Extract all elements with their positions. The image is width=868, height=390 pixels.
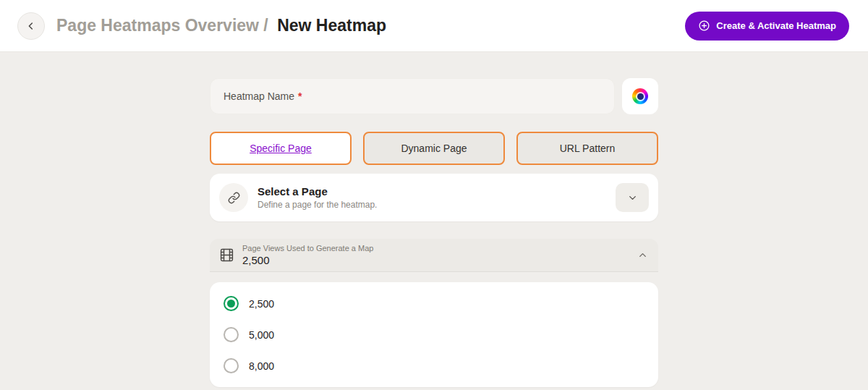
breadcrumb-current: New Heatmap [277,16,386,35]
tab-specific-page[interactable]: Specific Page [210,132,352,165]
page-views-options-card: 2,500 5,000 8,000 [210,282,658,387]
film-icon [220,248,234,262]
back-button[interactable] [17,12,45,40]
chevron-up-icon [637,250,648,260]
color-wheel-center [637,93,644,100]
option-label: 5,000 [249,329,274,341]
breadcrumb-prefix: Page Heatmaps Overview / [56,16,268,35]
heatmap-name-placeholder: Heatmap Name [224,90,294,102]
tab-label: Specific Page [250,143,312,154]
breadcrumb: Page Heatmaps Overview / New Heatmap [56,16,386,35]
select-page-text: Select a Page Define a page for the heat… [258,185,377,210]
arrow-left-icon [25,20,37,32]
page-views-text: Page Views Used to Generate a Map 2,500 [242,244,373,266]
select-page-subtitle: Define a page for the heatmap. [258,200,377,210]
page-views-section-header[interactable]: Page Views Used to Generate a Map 2,500 [210,239,658,272]
radio-button[interactable] [224,358,239,373]
heatmap-color-picker-button[interactable] [622,78,658,114]
select-page-dropdown-button[interactable] [616,183,649,212]
chevron-down-icon [627,192,638,203]
page-views-value: 2,500 [242,254,373,266]
radio-button[interactable] [224,296,239,311]
link-icon-circle [219,183,248,212]
page-views-label: Page Views Used to Generate a Map [242,244,373,253]
option-label: 2,500 [249,298,274,310]
tab-label: URL Pattern [560,143,616,154]
heatmap-name-row: Heatmap Name * [210,78,658,114]
create-button-label: Create & Activate Heatmap [716,20,836,31]
circle-plus-icon [698,20,710,32]
create-activate-heatmap-button[interactable]: Create & Activate Heatmap [685,12,849,41]
top-header: Page Heatmaps Overview / New Heatmap Cre… [0,0,868,52]
select-page-card[interactable]: Select a Page Define a page for the heat… [210,174,658,221]
required-asterisk: * [298,90,302,102]
option-label: 8,000 [249,360,274,372]
new-heatmap-form: Heatmap Name * Specific Page Dynamic Pag… [210,78,658,387]
option-5000[interactable]: 5,000 [210,319,658,350]
tab-url-pattern[interactable]: URL Pattern [516,132,658,165]
option-8000[interactable]: 8,000 [210,350,658,381]
option-2500[interactable]: 2,500 [210,288,658,319]
radio-button[interactable] [224,327,239,342]
color-wheel-icon [632,88,648,104]
page-type-tabs: Specific Page Dynamic Page URL Pattern [210,132,658,165]
tab-dynamic-page[interactable]: Dynamic Page [363,132,505,165]
heatmap-name-input[interactable]: Heatmap Name * [210,78,615,114]
tab-label: Dynamic Page [401,143,467,154]
select-page-title: Select a Page [258,185,377,198]
link-icon [228,192,240,204]
radio-dot [227,300,235,308]
